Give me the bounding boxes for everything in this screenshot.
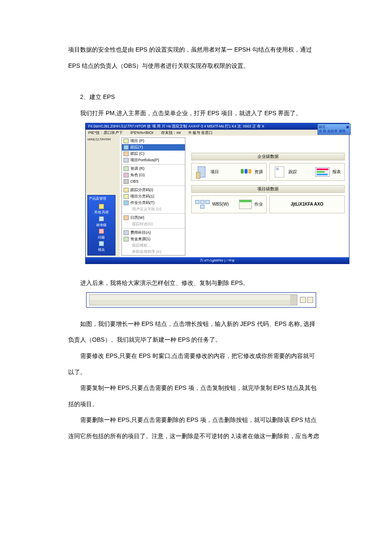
menu-item[interactable]: 项目 (P) [122,138,185,144]
section-header: 企业级数据 [191,153,345,160]
menu-item-label: 跟踪分类码(I) [130,188,153,192]
cost-icon [124,230,129,235]
folder-icon [99,204,104,209]
menu-item[interactable]: 项目Portfolios(P) [122,157,185,163]
menu-item[interactable]: PtE*技：原口班户下 [88,131,123,135]
tool-icon[interactable] [300,297,306,303]
side-item[interactable]: 报表 [89,241,114,252]
menu-item-label: 项目Portfolios(P) [130,158,159,163]
float-toolbar[interactable]: 碰定…▣ 设 助 表前者 具除 [317,124,351,134]
enterprise-menu-dropdown[interactable]: 项目 (P) 跟踪(T) 跟踪 (C) 项目Portfolios(P) 资调 (… [121,137,185,255]
side-item-label: 标准级 [89,223,114,227]
menu-item[interactable]: 角色 (O) [122,172,185,178]
menu-item-label: 跟踪转述(D) [132,222,153,227]
separator [122,228,185,229]
side-item-label: 报表 [89,248,114,252]
menu-item-label: 外部应用程序 (K) [132,250,161,254]
tool-icon[interactable] [307,297,313,303]
report-icon [275,166,284,177]
folder-icon [99,241,104,246]
menu-item-label: 跟踪 (C) [130,151,144,156]
menu-item-label: 资金来源(1) [130,237,150,241]
side-item-label: 其他 高程 [89,210,114,215]
menu-item-label: 项目分类码(1) [130,194,154,199]
code-icon [124,194,129,199]
resource-icon [124,166,129,171]
track-icon [124,145,129,150]
embedded-screenshot-pm: Fri.0srrrCJ91.Z0HH./11/.f7t7.HITOR 效 项 用… [85,123,349,264]
card-projects[interactable]: 项目 资源 [191,163,267,181]
sidepanel-title: 产品及管理 [89,197,114,202]
gantt-icon [315,167,330,177]
folder-icon [99,229,104,234]
menu-item[interactable]: 作业分类码(T) [122,200,185,206]
menu-item-label: 项目 (P) [130,139,144,143]
card-label: 作业 [254,202,263,207]
menu-item-selected[interactable]: 跟踪(T) [122,144,185,151]
scroll-area[interactable] [89,294,297,305]
separator [122,186,185,186]
card-label: WBS(W) [212,202,229,207]
paragraph: EPS 结点的负责人（OBS）与使用者进行关联实现存取权限的设置。 [68,59,337,73]
paragraph: 我们打开 PM,进入主界面，点击菜单企业，打开 EPS 项目，就进入了 EPS … [68,106,337,121]
menubar[interactable]: PtE*技：原口班户下 8*E%%<BIOr 存末找：mr R 板与 音原口 [86,130,349,136]
embedded-screenshot-strip [86,292,316,308]
menu-item[interactable]: 跟踪 (C) [122,151,185,157]
role-icon [124,173,129,177]
menu-item-label: 日历(W) [130,215,144,220]
menu-item-label: OBS [130,179,138,184]
card-resources[interactable]: 跟踪 报表 [269,163,345,181]
menu-item[interactable]: 资金来源(1) [122,236,185,242]
statusbar: 六·sT>1giWf'Ihr |·-'^Frjr [86,257,349,264]
menu-item[interactable]: R 板与 音原口 [189,131,213,135]
title-text: Fri.0srrrCJ91.Z0HH./11/.f7t7.HITOR 效 项 用… [88,124,264,128]
left-code: s6M(J)1TAYi9H [87,137,118,142]
paragraph: 连同它所包括的所有的项目了。注意，这一删除是不可逆转的 J,读者在做这一删除前，… [68,429,337,444]
paragraph: 如图，我们要增长一种 EPS 结点，点击增长按钮，输入新的 JEPS 代码、EP… [68,317,337,331]
float-label: 设 助 表前者 具除 [319,129,349,134]
toolbar-icons [300,297,313,303]
fund-icon [124,237,129,241]
float-label: 碰定… [319,125,329,129]
side-item[interactable]: 标准级 [89,216,114,227]
close-icon[interactable]: ▣ [346,125,349,129]
card-extra[interactable]: JjtLiX1KFA AXO [269,195,345,213]
menu-item[interactable]: 项目分类码(1) [122,193,185,200]
menu-item[interactable]: 费用科目(A) [122,230,185,236]
menu-item[interactable]: 存末找：mr [161,131,181,135]
menu-item[interactable]: 跟踪维权… [122,242,185,249]
side-item[interactable]: 其他 高程 [89,204,114,215]
side-navigation[interactable]: 产品及管理 其他 高程 标准级 问题 报表 [87,195,115,255]
section-header: 项目级数据 [191,185,345,193]
code-icon [124,200,129,205]
side-item[interactable]: 问题 [89,229,114,239]
calendar-icon [239,200,252,209]
menu-item[interactable]: 用户定义字段 (U) [122,206,185,212]
menu-item-label: 跟踪(T) [130,145,143,150]
track-icon [124,151,129,156]
menu-item[interactable]: 资调 (R) [122,166,185,172]
card-wbs[interactable]: WBS(W) 作业 [191,195,267,213]
paragraph: 需要删除一种 EPS,只要点击需要删除的 EPS 项，点击删除按钮，就可以删除该… [68,413,337,427]
menu-item-label: 用户定义字段 (U) [132,207,161,212]
card-label: 报表 [332,169,341,174]
card-label: 资源 [254,169,263,174]
workspace: 碰定…▣ 设 助 表前者 具除 企业级数据 项目 资源 跟踪 报表 项目级数据 [187,136,349,257]
menu-item[interactable]: 跟踪转述(D) [122,221,185,227]
separator [122,213,185,214]
menu-item[interactable]: OBS [122,178,185,185]
orgchart-icon [195,200,210,209]
card-label: 项目 [210,169,219,174]
menu-item[interactable]: 8*E%%<BIOr [130,131,153,135]
project-icon [124,139,129,143]
paragraph: 需要复制一种 EPS,只要点击需要的 EPS 项，点击复制按钮，就完毕复制 EP… [68,381,337,395]
menu-item-label: 资调 (R) [130,166,144,171]
menu-item[interactable]: 外部应用程序 (K) [122,249,185,255]
window-titlebar: Fri.0srrrCJ91.Z0HH./11/.f7t7.HITOR 效 项 用… [86,123,349,129]
menu-item-label: 角色 (O) [130,173,145,177]
card-label: JjtLiX1KFA AXO [291,202,323,207]
menu-item[interactable]: 日历(W) [122,215,185,221]
paragraph: 括的项目。 [68,397,337,412]
paragraph: 以了。 [68,365,337,380]
menu-item[interactable]: 跟踪分类码(I) [122,187,185,193]
